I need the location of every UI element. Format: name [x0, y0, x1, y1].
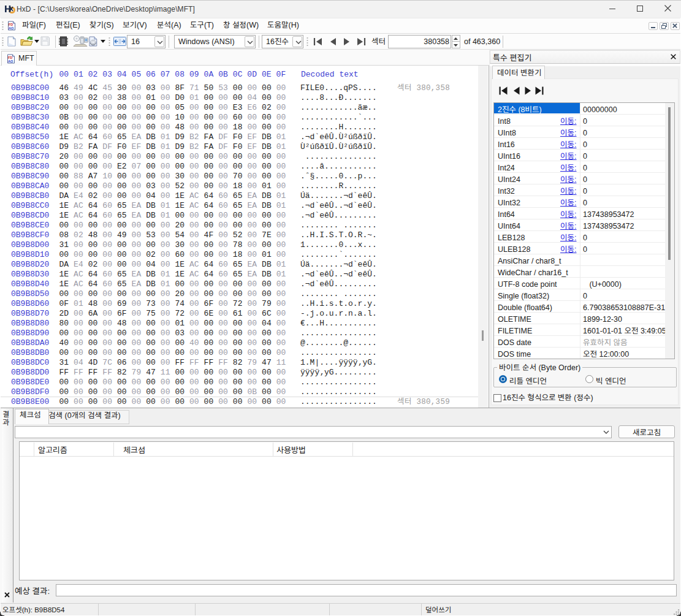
svg-text:AO: AO: [8, 59, 13, 63]
svg-text:AO: AO: [9, 26, 14, 30]
